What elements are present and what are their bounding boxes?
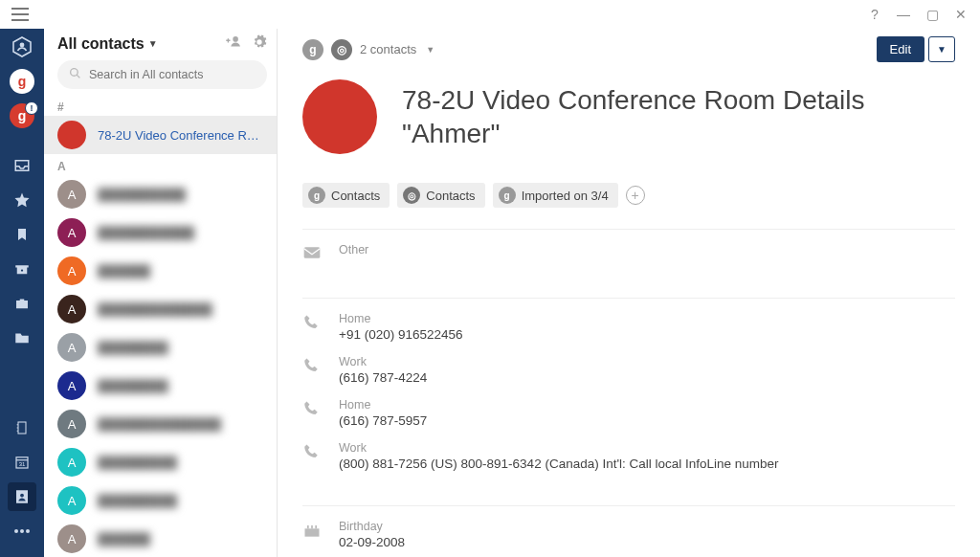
phone-icon: [302, 312, 323, 342]
contact-row[interactable]: A██████████: [44, 175, 277, 213]
svg-rect-24: [311, 525, 313, 528]
contact-row-selected[interactable]: 78-2U Video Conference Room...: [44, 116, 277, 154]
contact-row[interactable]: A██████: [44, 252, 277, 290]
list-title[interactable]: All contacts ▼: [57, 35, 225, 53]
rail-archive[interactable]: [8, 255, 36, 283]
contact-avatar: [302, 79, 377, 154]
contact-row[interactable]: A█████████: [44, 481, 277, 520]
rail-folder[interactable]: [8, 323, 36, 352]
maximize-button[interactable]: ▢: [924, 7, 940, 22]
contact-row[interactable]: A██████: [44, 520, 277, 557]
search-input[interactable]: [89, 68, 256, 81]
email-field: Other: [302, 243, 955, 263]
nav-rail: g g 31: [0, 29, 44, 557]
svg-rect-6: [18, 422, 26, 434]
email-label: Other: [339, 243, 368, 256]
tag-contacts-2[interactable]: ◎Contacts: [397, 183, 484, 208]
contact-name: ██████: [98, 532, 150, 546]
avatar: [57, 121, 86, 149]
rail-briefcase[interactable]: [8, 289, 36, 318]
close-button[interactable]: ✕: [953, 7, 969, 22]
tag-imported[interactable]: gImported on 3/4: [493, 183, 618, 208]
contact-name: ███████████: [98, 226, 194, 240]
edit-button[interactable]: Edit: [877, 36, 924, 62]
svg-point-19: [71, 69, 78, 77]
phone-field: Home(616) 787-5957: [302, 398, 955, 428]
contact-name: ████████: [98, 341, 168, 355]
rail-calendar[interactable]: 31: [8, 448, 36, 477]
avatar: A: [57, 295, 86, 323]
avatar: A: [57, 486, 86, 515]
phone-icon: [302, 441, 323, 471]
email-icon: [302, 243, 323, 263]
hamburger-menu[interactable]: [6, 0, 34, 29]
rail-more[interactable]: [8, 517, 36, 546]
contact-name: ██████: [98, 264, 150, 278]
contact-name: █████████: [98, 494, 177, 508]
rail-starred[interactable]: [8, 186, 36, 214]
rail-notebook[interactable]: [8, 413, 36, 442]
phone-field: Work(800) 881-7256 (US) 800-891-6342 (Ca…: [302, 441, 955, 471]
birthday-icon: [302, 520, 323, 549]
section-header-a: A: [44, 154, 277, 175]
titlebar: ? — ▢ ✕: [0, 0, 980, 29]
source-badge-icon: g: [302, 39, 323, 60]
rail-inbox[interactable]: [8, 151, 36, 180]
svg-rect-22: [305, 528, 320, 536]
rail-all-contacts[interactable]: [8, 33, 36, 61]
search-icon: [69, 67, 81, 82]
tag-contacts-1[interactable]: gContacts: [302, 183, 390, 208]
svg-point-4: [20, 43, 25, 48]
avatar: A: [57, 333, 86, 362]
svg-point-15: [14, 529, 18, 533]
list-title-text: All contacts: [57, 35, 145, 53]
add-tag-button[interactable]: +: [626, 186, 645, 205]
svg-point-18: [233, 36, 238, 42]
contact-row[interactable]: A███████████: [44, 213, 277, 252]
phone-field: Home+91 (020) 916522456: [302, 312, 955, 342]
source-badge-icon: ◎: [331, 39, 352, 60]
contact-row[interactable]: A██████████████: [44, 405, 277, 443]
phone-field: Work(616) 787-4224: [302, 355, 955, 385]
contact-name: ██████████████: [98, 417, 221, 432]
chevron-down-icon: ▼: [426, 45, 434, 55]
phone-icon: [302, 398, 323, 428]
contact-row[interactable]: A████████: [44, 367, 277, 405]
rail-google-account-2[interactable]: g: [8, 101, 36, 130]
avatar: A: [57, 524, 86, 553]
svg-point-17: [26, 529, 30, 533]
contact-row[interactable]: A█████████: [44, 443, 277, 481]
contact-name: 78-2U Video Conference Room...: [98, 128, 263, 143]
search-input-container[interactable]: [57, 60, 267, 89]
add-contact-icon[interactable]: [225, 34, 242, 53]
svg-rect-23: [307, 525, 309, 528]
avatar: A: [57, 448, 86, 477]
svg-point-16: [20, 529, 24, 533]
contact-name: █████████████: [98, 302, 212, 317]
contact-title: 78-2U Video Conference Room Details "Ahm…: [402, 83, 865, 150]
rail-google-account-1[interactable]: g: [8, 67, 36, 96]
contact-count[interactable]: g ◎ 2 contacts ▼: [302, 39, 434, 60]
phone-value: (616) 787-4224: [339, 370, 427, 385]
phone-value: (800) 881-7256 (US) 800-891-6342 (Canada…: [339, 457, 779, 471]
count-label: 2 contacts: [360, 42, 416, 56]
help-button[interactable]: ?: [867, 7, 882, 22]
avatar: A: [57, 410, 86, 438]
edit-dropdown[interactable]: ▼: [928, 36, 955, 62]
contact-name: ████████: [98, 379, 168, 393]
avatar: A: [57, 256, 86, 285]
detail-panel: g ◎ 2 contacts ▼ Edit ▼ 78-2U Video Conf…: [278, 29, 980, 557]
gear-icon[interactable]: [252, 34, 267, 53]
chevron-down-icon: ▼: [148, 38, 158, 49]
minimize-button[interactable]: —: [896, 7, 911, 22]
contact-row[interactable]: A████████: [44, 328, 277, 367]
svg-point-14: [20, 494, 24, 498]
rail-contacts[interactable]: [8, 482, 36, 511]
svg-line-20: [77, 75, 79, 78]
svg-rect-21: [304, 247, 321, 258]
svg-point-5: [21, 269, 23, 271]
contact-row[interactable]: A█████████████: [44, 290, 277, 328]
rail-bookmarks[interactable]: [8, 220, 36, 249]
birthday-value: 02-09-2008: [339, 535, 405, 549]
avatar: A: [57, 371, 86, 400]
